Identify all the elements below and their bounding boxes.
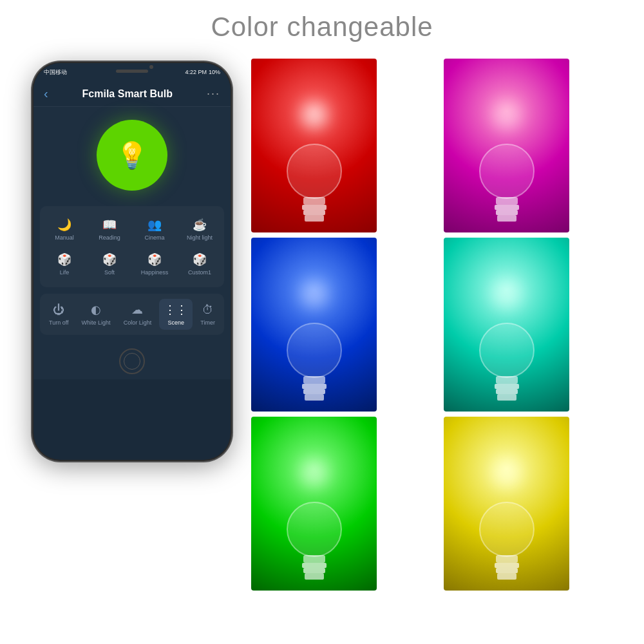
phone-body: 💡 🌙 Manual 📖 Reading 👥 (33, 107, 231, 341)
scene-modes-grid: 🌙 Manual 📖 Reading 👥 Cinema ☕ (40, 206, 224, 287)
mode-reading[interactable]: 📖 Reading (88, 213, 131, 246)
manual-icon: 🌙 (57, 218, 71, 232)
whitelight-label: White Light (82, 319, 111, 326)
phone-mockup: 中国移动 4:22 PM 10% ‹ Fcmila Smart Bulb ··· (32, 62, 232, 461)
status-bar: 中国移动 4:22 PM 10% (33, 63, 231, 81)
bulb-shape-blue (279, 315, 350, 412)
svg-rect-29 (497, 573, 516, 580)
battery: 10% (209, 69, 220, 75)
svg-rect-11 (303, 376, 325, 384)
home-button[interactable] (119, 348, 145, 374)
more-button[interactable]: ··· (207, 87, 220, 100)
back-button[interactable]: ‹ (44, 86, 48, 101)
timer-label: Timer (200, 319, 215, 326)
bulb-cell-cyan (444, 238, 569, 412)
glow-yellow (494, 460, 520, 486)
svg-point-15 (480, 323, 534, 377)
bulb-shape-red (279, 136, 350, 232)
bulb-shape-green (279, 494, 350, 591)
svg-rect-24 (305, 573, 324, 580)
life-icon: 🎲 (57, 252, 71, 267)
reading-label: Reading (99, 234, 120, 241)
colorlight-button[interactable]: ☁ Color Light (118, 299, 157, 330)
cinema-icon: 👥 (147, 218, 162, 232)
carrier-signal: 中国移动 (44, 68, 67, 77)
reading-icon: 📖 (102, 218, 117, 232)
svg-rect-7 (495, 205, 519, 210)
timer-icon: ⏱ (202, 303, 214, 317)
home-button-inner (124, 353, 140, 370)
whitelight-icon: ◐ (91, 303, 101, 317)
page-title: Color changeable (0, 0, 644, 49)
bulb-cell-blue (251, 238, 377, 412)
phone-speaker (116, 70, 148, 73)
svg-point-20 (287, 502, 341, 556)
svg-rect-18 (496, 389, 518, 394)
glow-cyan (494, 281, 520, 307)
colorlight-label: Color Light (124, 319, 152, 326)
night-label: Night light (187, 234, 213, 241)
svg-rect-9 (497, 215, 516, 222)
happiness-icon: 🎲 (147, 252, 162, 267)
scene-label: Scene (167, 319, 184, 326)
bottom-toolbar: ⏻ Turn off ◐ White Light ☁ Color Light (40, 294, 224, 335)
custom1-label: Custom1 (188, 269, 211, 276)
svg-rect-4 (305, 215, 324, 222)
colorlight-icon: ☁ (131, 303, 143, 317)
svg-rect-1 (303, 197, 325, 205)
timer-button[interactable]: ⏱ Timer (195, 299, 220, 330)
svg-rect-16 (496, 376, 518, 384)
cinema-label: Cinema (144, 234, 164, 241)
happiness-label: Happiness (141, 269, 169, 276)
svg-rect-14 (305, 394, 324, 401)
custom1-icon: 🎲 (193, 252, 207, 267)
svg-rect-6 (496, 197, 518, 205)
bulb-color-grid (251, 59, 631, 591)
svg-point-10 (287, 323, 341, 377)
svg-rect-27 (495, 563, 519, 568)
svg-rect-26 (496, 555, 518, 563)
mode-manual[interactable]: 🌙 Manual (43, 213, 86, 246)
bulb-cell-yellow (444, 417, 569, 591)
whitelight-button[interactable]: ◐ White Light (77, 299, 116, 330)
mode-night[interactable]: ☕ Night light (178, 213, 222, 246)
phone-screen: 中国移动 4:22 PM 10% ‹ Fcmila Smart Bulb ··· (33, 63, 231, 460)
bulb-icon: 💡 (116, 140, 148, 171)
turnoff-icon: ⏻ (53, 303, 64, 317)
svg-rect-19 (497, 394, 516, 401)
scene-button[interactable]: ⋮⋮ Scene (159, 299, 193, 330)
night-icon: ☕ (193, 218, 207, 232)
glow-blue (301, 281, 327, 307)
bulb-shape-yellow (471, 494, 542, 591)
phone-frame: 中国移动 4:22 PM 10% ‹ Fcmila Smart Bulb ··· (32, 62, 232, 461)
manual-label: Manual (55, 234, 74, 241)
bulb-power-button[interactable]: 💡 (97, 120, 167, 191)
app-title: Fcmila Smart Bulb (48, 88, 207, 100)
bulb-cell-red (251, 59, 377, 232)
svg-rect-23 (303, 568, 325, 573)
svg-rect-3 (303, 210, 325, 215)
mode-cinema[interactable]: 👥 Cinema (133, 213, 176, 246)
svg-point-5 (480, 144, 534, 198)
svg-rect-2 (302, 205, 327, 210)
mode-life[interactable]: 🎲 Life (43, 247, 86, 281)
scene-icon: ⋮⋮ (164, 303, 187, 317)
svg-rect-12 (302, 384, 327, 389)
svg-rect-22 (302, 563, 327, 568)
time-battery: 4:22 PM 10% (185, 69, 220, 75)
clock: 4:22 PM (185, 69, 207, 75)
mode-soft[interactable]: 🎲 Soft (88, 247, 131, 281)
bulb-cell-magenta (444, 59, 569, 232)
turnoff-button[interactable]: ⏻ Turn off (44, 299, 74, 330)
mode-happiness[interactable]: 🎲 Happiness (133, 247, 176, 281)
glow-red (301, 102, 327, 128)
glow-green (301, 460, 327, 486)
mode-custom1[interactable]: 🎲 Custom1 (178, 247, 222, 281)
svg-rect-28 (496, 568, 518, 573)
life-label: Life (60, 269, 70, 276)
svg-point-25 (480, 502, 534, 556)
svg-rect-13 (303, 389, 325, 394)
svg-rect-17 (495, 384, 519, 389)
main-layout: 中国移动 4:22 PM 10% ‹ Fcmila Smart Bulb ··· (0, 49, 644, 597)
svg-rect-21 (303, 555, 325, 563)
